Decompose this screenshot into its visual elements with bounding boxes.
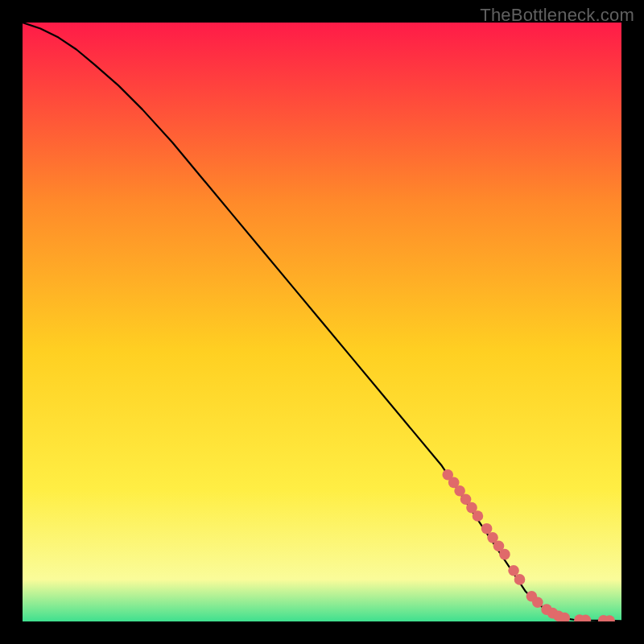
chart-svg (23, 23, 621, 621)
chart-plot (23, 23, 621, 621)
data-marker (481, 523, 493, 535)
data-marker (532, 597, 543, 608)
data-marker (499, 549, 510, 560)
chart-stage: TheBottleneck.com (0, 0, 644, 644)
data-marker (508, 565, 519, 576)
watermark-text: TheBottleneck.com (480, 5, 634, 26)
data-marker (473, 510, 484, 522)
data-marker (514, 574, 526, 585)
